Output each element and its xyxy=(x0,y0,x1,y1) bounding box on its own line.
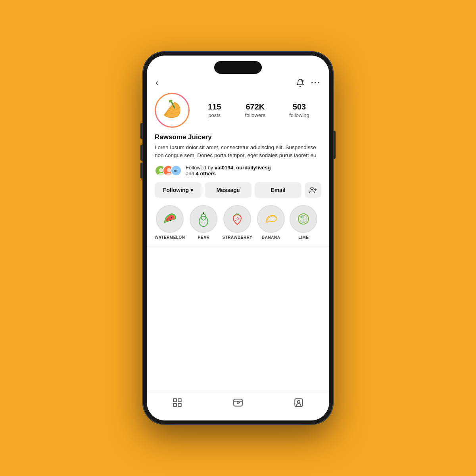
stats-row: 115 posts 672K followers 503 following xyxy=(196,102,321,119)
followed-by-section: ab Followed by val0194, ourdailylivesgan… xyxy=(155,165,321,177)
action-buttons: Following ▾ Message Email xyxy=(155,182,321,198)
posts-count: 115 xyxy=(208,102,221,111)
followed-others: 4 others xyxy=(196,171,216,177)
more-icon[interactable]: ··· xyxy=(311,78,321,88)
avatar-ring[interactable] xyxy=(155,93,190,128)
followed-by-text: Followed by val0194, ourdailylivesgand 4… xyxy=(186,165,271,177)
svg-point-30 xyxy=(235,220,236,221)
svg-point-25 xyxy=(204,222,205,223)
followed-avatars: ab xyxy=(155,165,182,176)
bell-icon[interactable] xyxy=(296,79,305,87)
svg-point-29 xyxy=(238,217,239,218)
svg-point-19 xyxy=(171,217,172,218)
following-stat[interactable]: 503 following xyxy=(289,102,309,119)
svg-text:ab: ab xyxy=(174,169,177,172)
highlight-circle-banana xyxy=(257,205,285,233)
followers-label: followers xyxy=(245,112,265,118)
highlights-row: WATERMELON PEAR xyxy=(147,205,329,246)
chevron-down-icon: ▾ xyxy=(190,187,193,193)
message-button[interactable]: Message xyxy=(205,182,251,198)
profile-section: 115 posts 672K followers 503 following R… xyxy=(147,90,329,205)
svg-point-0 xyxy=(301,80,303,82)
svg-point-28 xyxy=(237,217,238,218)
svg-point-18 xyxy=(169,218,170,219)
lime-label: LIME xyxy=(298,235,309,240)
following-button[interactable]: Following ▾ xyxy=(155,182,202,198)
highlight-circle-watermelon xyxy=(156,205,184,233)
highlight-watermelon[interactable]: WATERMELON xyxy=(155,205,185,240)
dynamic-island xyxy=(214,61,262,74)
svg-point-15 xyxy=(311,187,313,190)
profile-logo xyxy=(159,98,185,123)
svg-point-21 xyxy=(199,216,208,226)
highlight-circle-strawberry xyxy=(223,205,251,233)
banana-label: BANANA xyxy=(262,235,280,240)
back-button[interactable]: ‹ xyxy=(155,78,158,88)
add-person-icon xyxy=(309,186,317,194)
svg-marker-41 xyxy=(237,401,240,404)
watermelon-label: WATERMELON xyxy=(155,235,185,240)
followed-avatar-3: ab xyxy=(171,165,182,176)
following-count: 503 xyxy=(289,102,309,111)
svg-point-24 xyxy=(202,221,203,223)
watermelon-icon xyxy=(161,210,178,228)
grid-icon xyxy=(172,397,182,408)
tab-reels[interactable] xyxy=(225,396,251,411)
phone-frame: ‹ ··· xyxy=(143,52,333,424)
svg-rect-39 xyxy=(178,403,181,407)
banana-icon xyxy=(262,210,280,228)
posts-label: posts xyxy=(208,112,221,118)
tab-grid[interactable] xyxy=(164,396,190,411)
tab-tagged[interactable] xyxy=(286,396,312,411)
svg-point-44 xyxy=(298,401,300,403)
top-bar-actions: ··· xyxy=(296,78,321,88)
highlight-circle-pear xyxy=(190,205,217,233)
phone-screen: ‹ ··· xyxy=(147,56,329,420)
strawberry-icon xyxy=(228,210,246,228)
highlight-strawberry[interactable]: STRAWBERRY xyxy=(222,205,252,240)
svg-point-20 xyxy=(170,220,171,221)
add-person-button[interactable] xyxy=(305,182,321,198)
following-label: following xyxy=(289,112,309,118)
svg-rect-37 xyxy=(178,399,181,402)
svg-rect-36 xyxy=(173,399,177,402)
email-button[interactable]: Email xyxy=(255,182,301,198)
highlight-banana[interactable]: BANANA xyxy=(257,205,285,240)
tagged-icon xyxy=(294,397,304,408)
following-label: Following xyxy=(163,187,189,193)
divider xyxy=(147,246,329,246)
highlight-pear[interactable]: PEAR xyxy=(190,205,217,240)
highlight-circle-lime xyxy=(290,205,317,233)
tab-bar xyxy=(147,391,329,420)
profile-bio: Loren Ipsum dolor sit amet, consectetur … xyxy=(155,144,321,160)
lime-icon xyxy=(295,210,312,228)
followed-users: val0194, ourdailylivesg xyxy=(215,165,271,171)
svg-rect-43 xyxy=(295,399,303,407)
profile-name: Rawsome Juicery xyxy=(155,133,321,141)
top-bar: ‹ ··· xyxy=(147,74,329,90)
followers-count: 672K xyxy=(245,102,265,111)
reels-icon xyxy=(233,397,243,408)
pear-icon xyxy=(195,210,212,228)
pear-label: PEAR xyxy=(198,235,210,240)
strawberry-label: STRAWBERRY xyxy=(222,235,252,240)
svg-rect-40 xyxy=(234,399,242,406)
profile-header: 115 posts 672K followers 503 following xyxy=(155,93,321,128)
svg-point-27 xyxy=(238,219,238,220)
followers-stat[interactable]: 672K followers xyxy=(245,102,265,119)
svg-point-33 xyxy=(301,216,302,218)
posts-stat[interactable]: 115 posts xyxy=(208,102,221,119)
avatar xyxy=(156,94,188,127)
svg-rect-38 xyxy=(173,403,177,407)
highlight-lime[interactable]: LIME xyxy=(290,205,317,240)
svg-point-26 xyxy=(236,218,236,219)
